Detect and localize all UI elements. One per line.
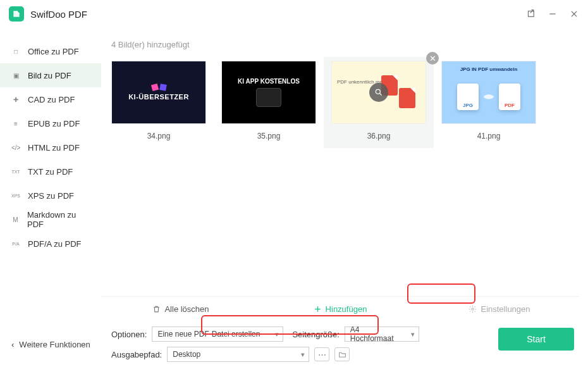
thumbnail-name: 34.png <box>147 132 171 140</box>
output-select[interactable]: Desktop <box>167 347 309 362</box>
app-title: SwifDoo PDF <box>30 9 87 20</box>
thumbnail-item[interactable]: JPG IN PDF umwandeln JPG PDF 41.png <box>441 61 536 140</box>
app-logo-icon <box>9 6 24 22</box>
thumbnail-image: KI APP KOSTENLOS <box>221 61 316 124</box>
doc-icon: □ <box>11 48 20 55</box>
status-text: 4 Bild(er) hinzugefügt <box>101 28 579 61</box>
close-button[interactable] <box>569 9 579 19</box>
thumbnail-name: 35.png <box>257 132 281 140</box>
sidebar-item-label: TXT zu PDF <box>28 167 73 177</box>
sidebar-item-pdfa[interactable]: P/APDF/A zu PDF <box>0 232 101 256</box>
sidebar-item-txt[interactable]: TXTTXT zu PDF <box>0 159 101 184</box>
more-functions-button[interactable]: ‹ Weitere Funktionen <box>11 340 90 349</box>
titlebar: SwifDoo PDF <box>0 0 588 28</box>
sidebar-item-label: HTML zu PDF <box>28 143 80 152</box>
sidebar-item-label: XPS zu PDF <box>28 191 74 201</box>
plus-icon <box>314 305 322 313</box>
thumbnail-item[interactable]: KI APP KOSTENLOS 35.png <box>221 61 316 140</box>
txt-icon: TXT <box>11 170 20 174</box>
thumbnail-image: KI-ÜBERSETZER <box>111 61 206 124</box>
epub-icon: ≡ <box>11 120 20 127</box>
output-label: Ausgabepfad: <box>111 350 162 359</box>
thumbnail-image: JPG IN PDF umwandeln JPG PDF <box>441 61 536 124</box>
pagesize-label: Seitengröße: <box>292 330 339 339</box>
sidebar-item-epub[interactable]: ≡EPUB zu PDF <box>0 111 101 135</box>
start-button[interactable]: Start <box>498 328 574 351</box>
markdown-icon: M <box>11 216 20 223</box>
sidebar-item-label: Bild zu PDF <box>28 71 71 80</box>
sidebar-item-label: Office zu PDF <box>28 47 79 56</box>
sidebar-item-label: CAD zu PDF <box>28 95 75 104</box>
gear-icon <box>469 305 477 313</box>
svg-point-8 <box>472 308 474 310</box>
sidebar-item-markdown[interactable]: MMarkdown zu PDF <box>0 208 101 232</box>
thumbnail-name: 41.png <box>477 132 501 140</box>
settings-button[interactable]: Einstellungen <box>420 304 579 314</box>
folder-icon[interactable] <box>334 347 350 361</box>
zoom-icon[interactable] <box>369 83 388 102</box>
xps-icon: XPS <box>11 194 20 198</box>
thumbnail-image: PDF unkenntlich machen <box>331 61 426 124</box>
image-icon: ▣ <box>11 72 20 79</box>
sidebar-item-cad[interactable]: ✚CAD zu PDF <box>0 87 101 111</box>
sidebar-item-label: PDF/A zu PDF <box>28 239 82 249</box>
chevron-left-icon: ‹ <box>11 340 14 349</box>
sidebar-item-office[interactable]: □Office zu PDF <box>0 39 101 63</box>
thumbnail-row: KI-ÜBERSETZER 34.png KI APP KOSTENLOS 35… <box>101 61 579 140</box>
sidebar-item-html[interactable]: </>HTML zu PDF <box>0 135 101 159</box>
sidebar-item-label: EPUB zu PDF <box>28 119 80 128</box>
svg-line-5 <box>380 94 382 96</box>
more-icon[interactable]: ⋯ <box>314 347 329 361</box>
minimize-button[interactable] <box>548 9 558 19</box>
delete-all-button[interactable]: Alle löschen <box>101 304 260 314</box>
thumbnail-item[interactable]: ✕ PDF unkenntlich machen 36.png <box>324 57 434 148</box>
options-label: Optionen: <box>111 330 147 339</box>
cad-icon: ✚ <box>11 96 20 103</box>
popout-icon[interactable] <box>526 9 536 19</box>
options-select[interactable]: Eine neue PDF-Datei erstellen <box>152 327 283 342</box>
pagesize-select[interactable]: A4 Hochformaat <box>345 327 419 342</box>
sidebar-item-label: Markdown zu PDF <box>27 210 90 229</box>
svg-point-4 <box>376 89 380 94</box>
sidebar-item-bild[interactable]: ▣Bild zu PDF <box>0 63 101 87</box>
thumbnail-item[interactable]: KI-ÜBERSETZER 34.png <box>111 61 206 140</box>
thumbnail-name: 36.png <box>367 132 391 140</box>
html-icon: </> <box>11 144 20 151</box>
pdfa-icon: P/A <box>11 242 20 246</box>
sidebar-item-xps[interactable]: XPSXPS zu PDF <box>0 184 101 208</box>
remove-icon[interactable]: ✕ <box>426 52 439 65</box>
action-row: Alle löschen Hinzufügen Einstellungen <box>101 296 579 321</box>
trash-icon <box>152 305 161 313</box>
sidebar: □Office zu PDF ▣Bild zu PDF ✚CAD zu PDF … <box>0 28 101 367</box>
add-button[interactable]: Hinzufügen <box>260 304 420 314</box>
